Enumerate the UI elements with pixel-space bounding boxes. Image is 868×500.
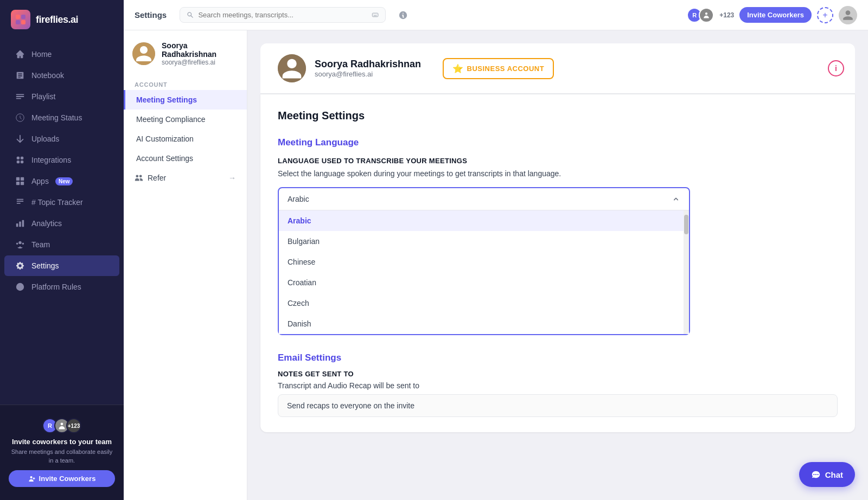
settings-nav-meeting-compliance[interactable]: Meeting Compliance [124,110,247,129]
email-field-label: NOTES GET SENT TO [278,370,838,378]
sidebar-item-meeting-status[interactable]: Meeting Status [4,107,119,128]
topbar-icons: R +123 Invite Coworkers + [687,6,857,24]
user-avatar[interactable] [839,6,857,24]
topbar-avatar-group: R [687,8,714,23]
main-nav: Home Notebook Playlist Meeting Status Up… [0,39,124,405]
refer-item[interactable]: Refer → [124,168,247,188]
playlist-icon [15,92,25,101]
settings-sidebar: Soorya Radhakrishnan soorya@fireflies.ai… [124,30,247,500]
dropdown-item-arabic[interactable]: Arabic [279,210,689,231]
user-header-avatar [278,54,306,82]
sidebar-item-home[interactable]: Home [4,44,119,65]
sidebar: fireflies.ai Home Notebook Playlist Meet… [0,0,124,500]
profile-email: soorya@fireflies.ai [162,59,238,66]
analytics-icon [15,219,25,228]
svg-rect-9 [372,13,378,17]
sidebar-bottom: R +123 Invite coworkers to your team Sha… [0,405,124,500]
integrations-icon [15,155,25,165]
sidebar-item-topic-tracker[interactable]: # Topic Tracker [4,192,119,213]
svg-rect-7 [16,182,20,185]
sidebar-item-notebook[interactable]: Notebook [4,65,119,86]
svg-rect-2 [16,20,20,24]
user-header-email: soorya@fireflies.ai [315,70,421,78]
settings-section-label: Account [124,77,247,90]
settings-card: Meeting Settings Meeting Language LANGUA… [260,94,855,432]
scrollbar-thumb [684,215,688,234]
sidebar-item-settings[interactable]: Settings [4,255,119,276]
sidebar-item-analytics[interactable]: Analytics [4,213,119,234]
settings-card-title: Meeting Settings [278,110,838,122]
app-name: fireflies.ai [36,14,78,25]
content: Soorya Radhakrishnan soorya@fireflies.ai… [124,30,868,500]
language-field-desc: Select the language spoken during your m… [278,168,838,180]
sidebar-item-apps[interactable]: Apps New [4,171,119,191]
keyboard-icon [372,11,379,19]
svg-rect-3 [21,20,25,24]
settings-main: Soorya Radhakrishnan soorya@fireflies.ai… [247,30,868,500]
chat-button[interactable]: Chat [799,462,855,487]
sidebar-item-uploads[interactable]: Uploads [4,129,119,149]
chat-icon [811,470,821,479]
dropdown-selected[interactable]: Arabic [279,188,689,210]
rules-icon [15,282,25,292]
invite-title: Invite coworkers to your team [9,438,115,446]
svg-rect-5 [16,177,20,181]
svg-rect-0 [16,15,20,19]
dropdown-item-danish[interactable]: Danish [279,313,689,334]
email-field-desc: Transcript and Audio Recap will be sent … [278,381,838,390]
sidebar-item-team[interactable]: Team [4,234,119,255]
header-info-btn[interactable]: i [828,60,844,76]
meeting-language-title: Meeting Language [278,137,838,148]
profile-avatar [132,42,155,65]
sidebar-item-integrations[interactable]: Integrations [4,150,119,170]
business-badge: ⭐ BUSINESS ACCOUNT [443,58,554,79]
tb-avatar-img [699,8,714,23]
dropdown-item-croatian[interactable]: Croatian [279,272,689,293]
add-btn[interactable]: + [817,7,833,23]
topbar-invite-btn[interactable]: Invite Coworkers [739,7,812,23]
user-header: Soorya Radhakrishnan soorya@fireflies.ai… [260,43,855,94]
profile-section: Soorya Radhakrishnan soorya@fireflies.ai [124,41,247,77]
profile-name: Soorya Radhakrishnan [162,41,238,59]
avatar-count: +123 [719,11,734,19]
email-settings-section: Email Settings NOTES GET SENT TO Transcr… [278,352,838,417]
topbar-title: Settings [135,10,167,20]
invite-team-box: R +123 Invite coworkers to your team Sha… [9,414,115,491]
dropdown-item-czech[interactable]: Czech [279,293,689,313]
search-bar[interactable] [180,7,386,23]
email-recaps: Send recaps to everyone on the invite [278,394,838,417]
svg-rect-1 [21,15,25,19]
chevron-up-icon [672,195,680,203]
settings-nav-ai-customization[interactable]: AI Customization [124,129,247,149]
info-topbar-btn[interactable] [394,7,412,24]
refer-arrow: → [228,174,236,182]
team-icon [15,240,25,249]
dropdown-item-bulgarian[interactable]: Bulgarian [279,231,689,252]
language-dropdown[interactable]: Arabic Arabic Bulgarian Chinese Croatian… [278,187,690,335]
settings-nav-meeting-settings[interactable]: Meeting Settings [124,90,247,110]
badge-icon: ⭐ [452,63,464,74]
notebook-icon [15,70,25,80]
search-input[interactable] [198,11,367,19]
settings-icon [15,261,25,271]
email-section-title: Email Settings [278,352,838,363]
apps-icon [15,176,25,186]
main-area: Settings R +123 Invite Coworkers + [124,0,868,500]
team-avatars: R +123 [9,418,115,433]
svg-rect-6 [21,177,24,181]
dropdown-item-chinese[interactable]: Chinese [279,252,689,272]
svg-rect-8 [21,182,24,185]
meeting-icon [15,113,25,123]
search-icon [187,11,194,19]
settings-nav-account-settings[interactable]: Account Settings [124,149,247,168]
app-logo[interactable]: fireflies.ai [0,0,124,39]
upload-icon [15,134,25,144]
user-header-info: Soorya Radhakrishnan soorya@fireflies.ai [315,59,421,78]
refer-icon [135,174,143,182]
sidebar-item-playlist[interactable]: Playlist [4,86,119,107]
sidebar-item-platform-rules[interactable]: Platform Rules [4,277,119,297]
apps-badge: New [55,177,73,185]
logo-icon [11,10,30,29]
sidebar-invite-btn[interactable]: Invite Coworkers [9,470,115,487]
topbar: Settings R +123 Invite Coworkers + [124,0,868,30]
